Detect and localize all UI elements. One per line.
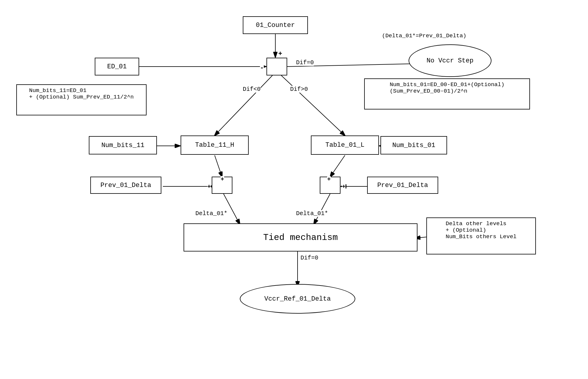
node-num-bits-note-right: Num_bits_01=ED_00-ED_01+(Optional) (Sum_…	[364, 78, 530, 109]
diagram: 01_Counter ED_01 No Vccr Step (Delta_01*…	[0, 0, 588, 379]
note-delta: (Delta_01*=Prev_01_Delta)	[382, 33, 466, 39]
label-delta01-left: Delta_01*	[195, 210, 227, 217]
svg-line-13	[314, 194, 330, 224]
node-num-bits-note-left: Num_bits_11=ED_01 + (Optional) Sum_Prev_…	[16, 84, 147, 115]
label-dif0-bottom: Dif=0	[301, 254, 318, 261]
node-table11h: Table_11_H	[181, 136, 249, 155]
label-plus-adder-right-prev: +	[342, 183, 346, 190]
svg-line-12	[224, 194, 240, 224]
label-delta01-right: Delta_01*	[296, 210, 328, 217]
label-dif0-right-top: Dif=0	[296, 59, 314, 66]
label-plus-adder-left-prev: +	[207, 183, 211, 190]
label-minus-left: -	[260, 64, 264, 72]
node-delta-others: Delta other levels + (Optional) Num_Bits…	[426, 217, 536, 254]
node-num-bits-11: Num_bits_11	[89, 136, 157, 154]
label-plus-top: +	[278, 50, 282, 58]
node-vccr-ref: Vccr_Ref_01_Delta	[240, 284, 355, 314]
node-table01l: Table_01_L	[311, 136, 379, 155]
svg-line-4	[215, 75, 272, 136]
node-prev-delta-left: Prev_01_Delta	[90, 177, 161, 194]
node-num-bits-01: Num_bits_01	[380, 136, 447, 154]
arrows-svg	[0, 0, 588, 379]
label-plus-adder-right-table: +	[327, 176, 331, 183]
node-subtractor	[266, 58, 287, 75]
label-plus-adder-left-table: +	[221, 176, 224, 183]
node-counter: 01_Counter	[243, 16, 308, 34]
label-dif-gt0: Dif>0	[290, 86, 308, 93]
svg-line-5	[281, 75, 345, 136]
svg-line-9	[330, 155, 345, 177]
label-dif-lt0: Dif<0	[243, 86, 261, 93]
node-ed01: ED_01	[95, 58, 139, 75]
svg-line-8	[215, 155, 222, 177]
node-no-vccr: No Vccr Step	[409, 44, 491, 77]
node-prev-delta-right: Prev_01_Delta	[367, 177, 438, 194]
node-tied-mechanism: Tied mechanism	[184, 223, 417, 251]
